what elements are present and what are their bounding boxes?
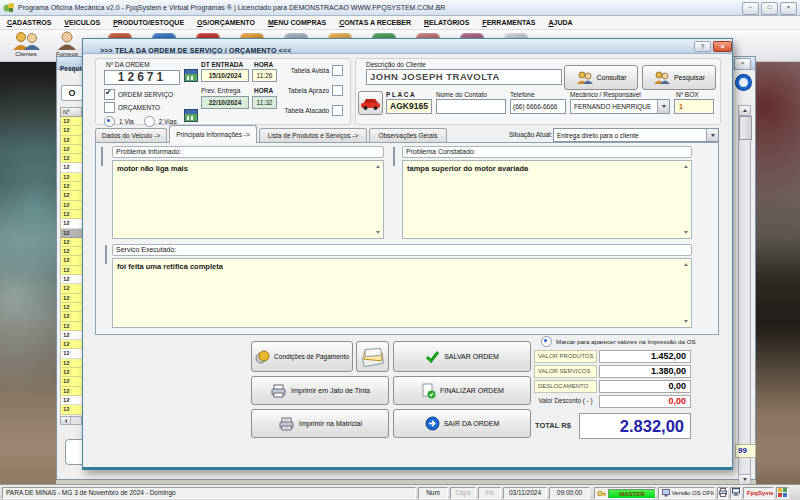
telefone-input[interactable]: (66) 6666-6666 [510,99,566,114]
search-result-row[interactable]: 12 [60,312,82,321]
maximize-icon[interactable]: □ [761,2,778,15]
search-result-row[interactable]: 12 [60,275,82,284]
menu-contas-receber[interactable]: CONTAS A RECEBER [339,19,411,26]
search-result-row[interactable]: 12 [60,294,82,303]
hora-entrada-input[interactable]: 11:26 [252,69,277,82]
search-column-header[interactable]: Nº [60,107,82,117]
tab-principais-informacoes[interactable]: Principais Informações -> [169,125,257,143]
calendar-icon[interactable] [184,69,198,82]
box-input[interactable]: 1 [674,99,714,114]
condicoes-pagamento-button[interactable]: Condições de Pagamento [251,341,353,372]
menu-ferramentas[interactable]: FERRAMENTAS [482,19,535,26]
window-titlebar[interactable]: Programa Oficina Mecânica v2.0 - FpqSyst… [0,0,800,16]
minimize-icon[interactable]: – [742,2,759,15]
tabela-aprazo-checkbox[interactable] [332,85,343,96]
search-result-row[interactable]: 12 [60,377,82,386]
toolbar-fornecedores-button[interactable]: Fornece [48,31,86,57]
search-result-row[interactable]: 12 [60,396,82,405]
scroll-left-icon[interactable] [61,417,71,424]
client-name-input[interactable]: JOHN JOSEPH TRAVOLTA [366,69,562,85]
search-result-row[interactable]: 12 [60,201,82,210]
mecanico-select[interactable]: FERNANDO HENRRIQUE [570,99,670,114]
search-result-row[interactable]: 12 [60,145,82,154]
search-result-row[interactable]: 12 [60,163,82,172]
placa-input[interactable]: AGK9165 [386,99,432,114]
search-window-action-button[interactable]: O [61,85,83,101]
search-result-row[interactable]: 12 [60,266,82,275]
search-result-row[interactable]: 12 [60,359,82,368]
receipt-button[interactable] [356,341,389,372]
servico-executado-checkbox[interactable] [105,245,107,264]
search-result-row[interactable]: 12 [60,284,82,293]
help-icon[interactable]: ? [694,41,711,52]
tabela-atacado-checkbox[interactable] [332,105,343,116]
menu-ajuda[interactable]: AJUDA [549,19,573,26]
menu-compras[interactable]: MENU COMPRAS [268,19,326,26]
tab-observacoes-gerais[interactable]: Observações Gerais [369,128,447,143]
search-result-row[interactable]: 12 [60,154,82,163]
scroll-up-icon[interactable] [739,106,750,116]
search-result-row[interactable]: 12 [60,238,82,247]
menu-relatorios[interactable]: RELATÓRIOS [424,19,469,26]
search-result-row[interactable]: 12 [60,229,82,238]
problema-informado-textarea[interactable]: motor não liga mais [112,160,384,239]
menu-cadastros[interactable]: CADASTROS [7,19,51,26]
valor-produtos-value[interactable]: 1.452,00 [599,350,691,363]
tabela-avista-checkbox[interactable] [332,65,343,76]
contato-input[interactable] [436,99,506,114]
exit-circle-icon[interactable] [736,75,751,90]
search-result-row[interactable]: 12 [60,256,82,265]
search-vertical-scrollbar[interactable] [738,105,751,485]
search-result-row[interactable]: 12 [60,182,82,191]
scroll-up-icon[interactable] [682,163,689,170]
scroll-up-icon[interactable] [374,163,381,170]
close-icon[interactable]: × [780,2,797,15]
problema-constatado-checkbox[interactable] [393,147,395,166]
search-result-row[interactable]: 12 [60,349,82,358]
deslocamento-value[interactable]: 0,00 [599,380,691,393]
search-result-row[interactable]: 12 [60,219,82,228]
search-result-row[interactable]: 12 [60,340,82,349]
chevron-down-icon[interactable] [706,129,718,141]
scroll-up-icon[interactable] [682,261,689,268]
via1-radio[interactable] [104,116,115,127]
prev-entrega-input[interactable]: 22/10/2024 [201,96,249,109]
orcamento-checkbox[interactable] [104,102,115,113]
scroll-down-icon[interactable] [374,229,381,236]
dialog-close-icon[interactable]: × [713,41,732,52]
scroll-down-icon[interactable] [682,318,689,325]
consultar-button[interactable]: Consultar [564,65,638,90]
scrollbar-thumb[interactable] [739,116,752,140]
search-window-close-icon[interactable]: × [734,58,751,70]
search-result-row[interactable]: 12 [60,387,82,396]
search-result-row[interactable]: 12 [60,136,82,145]
toolbar-clientes-button[interactable]: Clientes [4,31,48,57]
tab-lista-produtos-servicos[interactable]: Lista de Produtos e Serviços -> [259,128,367,143]
menu-os-orcamento[interactable]: OS/ORÇAMENTO [197,19,255,26]
hora-entrega-input[interactable]: 11:32 [252,96,277,109]
imprimir-matricial-button[interactable]: Imprimir na Matricial [251,409,389,438]
salvar-ordem-button[interactable]: SALVAR ORDEM [393,341,531,372]
valor-servicos-value[interactable]: 1.380,00 [599,365,691,378]
ordem-servico-checkbox[interactable] [104,89,115,100]
status-network-button[interactable] [730,487,741,499]
search-result-row[interactable]: 12 [60,331,82,340]
dt-entrada-input[interactable]: 15/10/2024 [201,69,249,82]
servico-executado-textarea[interactable]: foi feita uma retifica completa [112,258,692,328]
valor-desconto-value[interactable]: 0,00 [599,395,691,408]
via2-radio[interactable] [144,116,155,127]
chevron-down-icon[interactable] [657,100,669,113]
search-result-row[interactable]: 12 [60,191,82,200]
imprimir-jato-button[interactable]: Imprimir em Jato de Tinta [251,376,389,405]
calendar-icon[interactable] [184,109,198,122]
pesquisar-button[interactable]: Pesquisar [642,65,716,90]
print-values-radio[interactable] [541,336,552,347]
status-app-button[interactable] [776,487,789,499]
sair-ordem-button[interactable]: SAIR DA ORDEM [393,409,531,438]
finalizar-ordem-button[interactable]: FINALIZAR ORDEM [393,376,531,405]
search-result-row[interactable]: 12 [60,368,82,377]
search-result-row[interactable]: 12 [60,405,82,414]
status-printer-button[interactable] [717,487,728,499]
dialog-titlebar[interactable]: >>> TELA DA ORDEM DE SERVIÇO / ORÇAMENTO… [83,39,732,54]
problema-constatado-textarea[interactable]: tampa superior do motor avariada [402,160,692,239]
